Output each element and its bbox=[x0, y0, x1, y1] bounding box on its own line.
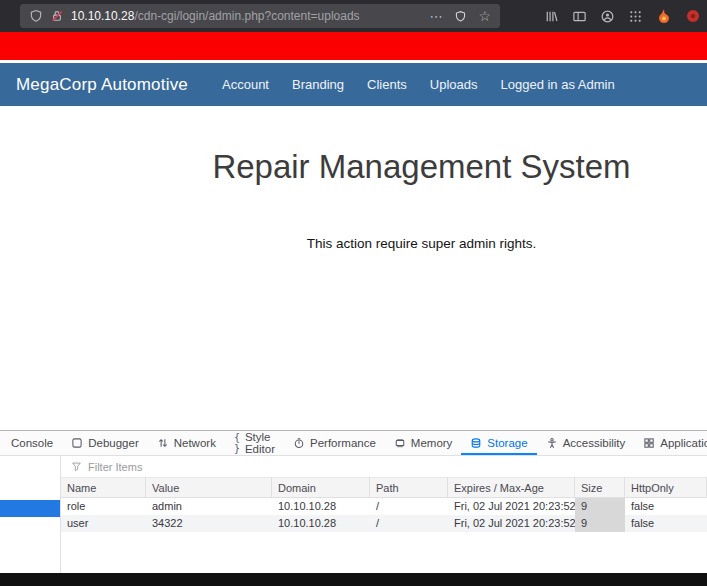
url-bar[interactable]: 10.10.10.28/cdn-cgi/login/admin.php?cont… bbox=[20, 4, 500, 28]
insecure-lock-icon[interactable] bbox=[50, 9, 64, 23]
url-text[interactable]: 10.10.10.28/cdn-cgi/login/admin.php?cont… bbox=[71, 9, 360, 23]
col-name[interactable]: Name bbox=[61, 478, 146, 498]
table-row[interactable]: role admin 10.10.10.28 / Fri, 02 Jul 202… bbox=[61, 498, 707, 515]
site-navbar: MegaCorp Automotive Account Branding Cli… bbox=[0, 63, 707, 106]
memory-icon bbox=[394, 437, 406, 449]
storage-tree-selected-item[interactable] bbox=[0, 500, 60, 517]
tab-application[interactable]: Application bbox=[634, 431, 707, 455]
col-size[interactable]: Size bbox=[575, 478, 625, 498]
col-domain[interactable]: Domain bbox=[272, 478, 370, 498]
extension-flame-icon[interactable] bbox=[656, 8, 672, 24]
window-bottom-edge bbox=[0, 573, 707, 586]
cell-name: role bbox=[61, 498, 146, 515]
col-expires[interactable]: Expires / Max-Age bbox=[448, 478, 575, 498]
cell-value: 34322 bbox=[146, 515, 272, 532]
devtools-panel: Console Debugger Network { } Style Edito… bbox=[0, 430, 707, 573]
tracking-shield-icon[interactable] bbox=[29, 9, 43, 23]
nav-item-uploads[interactable]: Uploads bbox=[430, 77, 478, 92]
tab-memory[interactable]: Memory bbox=[385, 431, 462, 455]
col-value[interactable]: Value bbox=[146, 478, 272, 498]
cell-httponly: false bbox=[625, 498, 707, 515]
accessibility-icon bbox=[546, 437, 558, 449]
debugger-icon bbox=[71, 437, 83, 449]
library-icon[interactable] bbox=[544, 9, 559, 24]
cell-domain: 10.10.10.28 bbox=[272, 515, 370, 532]
url-path: /cdn-cgi/login/admin.php?content=uploads bbox=[134, 9, 359, 23]
style-editor-icon: { } bbox=[234, 432, 240, 454]
page-actions-icon[interactable]: ⋯ bbox=[429, 9, 443, 24]
url-domain: 10.10.10.28 bbox=[71, 9, 134, 23]
devtools-tabbar: Console Debugger Network { } Style Edito… bbox=[0, 431, 707, 456]
tab-network[interactable]: Network bbox=[148, 431, 225, 455]
extensions-grid-icon[interactable] bbox=[628, 9, 643, 24]
tab-style-editor[interactable]: { } Style Editor bbox=[225, 431, 284, 455]
col-httponly[interactable]: HttpOnly bbox=[625, 478, 707, 498]
page-message: This action require super admin rights. bbox=[136, 236, 707, 251]
filter-funnel-icon bbox=[71, 461, 82, 472]
nav-item-account[interactable]: Account bbox=[222, 77, 269, 92]
nav-item-branding[interactable]: Branding bbox=[292, 77, 344, 92]
browser-chrome: 10.10.10.28/cdn-cgi/login/admin.php?cont… bbox=[0, 0, 707, 32]
alert-banner bbox=[0, 32, 707, 60]
network-icon bbox=[157, 437, 169, 449]
application-icon bbox=[643, 437, 655, 449]
cell-expires: Fri, 02 Jul 2021 20:23:52 … bbox=[448, 498, 575, 515]
filter-input[interactable]: Filter Items bbox=[88, 461, 142, 473]
cell-expires: Fri, 02 Jul 2021 20:23:52 … bbox=[448, 515, 575, 532]
cell-httponly: false bbox=[625, 515, 707, 532]
tab-performance[interactable]: Performance bbox=[284, 431, 385, 455]
cell-name: user bbox=[61, 515, 146, 532]
bookmark-star-icon[interactable]: ☆ bbox=[478, 8, 491, 24]
performance-icon bbox=[293, 437, 305, 449]
cell-size: 9 bbox=[575, 515, 625, 532]
table-row[interactable]: user 34322 10.10.10.28 / Fri, 02 Jul 202… bbox=[61, 515, 707, 532]
browser-window: 10.10.10.28/cdn-cgi/login/admin.php?cont… bbox=[0, 0, 707, 586]
cell-path: / bbox=[370, 515, 448, 532]
brand[interactable]: MegaCorp Automotive bbox=[16, 75, 188, 95]
col-path[interactable]: Path bbox=[370, 478, 448, 498]
extension-red-icon[interactable] bbox=[685, 8, 701, 24]
nav-item-logged-in[interactable]: Logged in as Admin bbox=[500, 77, 614, 92]
cell-value: admin bbox=[146, 498, 272, 515]
pocket-shield-icon[interactable] bbox=[454, 10, 467, 23]
tab-debugger[interactable]: Debugger bbox=[62, 431, 148, 455]
tab-console[interactable]: Console bbox=[2, 431, 62, 455]
cell-size: 9 bbox=[575, 498, 625, 515]
cell-domain: 10.10.10.28 bbox=[272, 498, 370, 515]
cell-path: / bbox=[370, 498, 448, 515]
tab-accessibility[interactable]: Accessibility bbox=[537, 431, 635, 455]
storage-icon bbox=[470, 437, 482, 449]
account-avatar-icon[interactable] bbox=[600, 9, 615, 24]
sidebar-toggle-icon[interactable] bbox=[572, 9, 587, 24]
page-content: Repair Management System This action req… bbox=[0, 106, 707, 430]
cookies-table-header: Name Value Domain Path Expires / Max-Age… bbox=[61, 478, 707, 498]
page-title: Repair Management System bbox=[136, 106, 707, 186]
filter-bar[interactable]: Filter Items bbox=[61, 456, 707, 478]
storage-tree-sidebar[interactable] bbox=[0, 456, 61, 573]
tab-storage[interactable]: Storage bbox=[461, 431, 536, 455]
nav-item-clients[interactable]: Clients bbox=[367, 77, 407, 92]
